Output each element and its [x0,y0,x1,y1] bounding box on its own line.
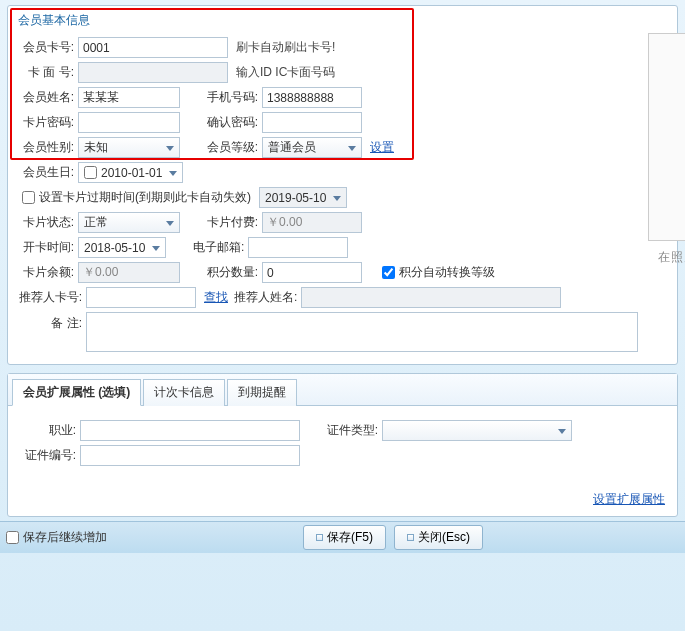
card-face-input[interactable] [78,62,228,83]
status-value: 正常 [84,214,108,231]
basic-info-legend: 会员基本信息 [16,12,669,29]
referrer-name-input[interactable] [301,287,561,308]
card-face-hint: 输入ID IC卡面号码 [236,64,335,81]
name-label: 会员姓名: [16,89,74,106]
expire-checkbox[interactable] [22,191,35,204]
referrer-name-label: 推荐人姓名: [234,289,297,306]
phone-input[interactable] [262,87,362,108]
remark-textarea[interactable] [86,312,638,352]
doc-type-select[interactable] [382,420,572,441]
continue-add-label: 保存后继续增加 [23,529,107,546]
level-label: 会员等级: [200,139,258,156]
save-button[interactable]: 保存(F5) [303,525,386,550]
tab-expiry-remind[interactable]: 到期提醒 [227,379,297,406]
doc-no-input[interactable] [80,445,300,466]
continue-add-checkbox[interactable] [6,531,19,544]
birth-date[interactable]: 2010-01-01 [78,162,183,183]
doc-type-label: 证件类型: [320,422,378,439]
points-input[interactable] [262,262,362,283]
confirm-input[interactable] [262,112,362,133]
referrer-search-link[interactable]: 查找 [204,289,228,306]
paid-label: 卡片付费: [200,214,258,231]
confirm-label: 确认密码: [200,114,258,131]
footer-bar: 保存后继续增加 保存(F5) 关闭(Esc) [0,521,685,553]
tab-extended-attrs[interactable]: 会员扩展属性 (选填) [12,379,141,406]
occupation-input[interactable] [80,420,300,441]
tab-count-card[interactable]: 计次卡信息 [143,379,225,406]
birth-checkbox[interactable] [84,166,97,179]
open-label: 开卡时间: [16,239,74,256]
save-button-label: 保存(F5) [327,529,373,546]
card-face-label: 卡 面 号: [16,64,74,81]
referrer-no-label: 推荐人卡号: [16,289,82,306]
points-label: 积分数量: [200,264,258,281]
card-no-input[interactable] [78,37,228,58]
email-label: 电子邮箱: [186,239,244,256]
close-button[interactable]: 关闭(Esc) [394,525,483,550]
set-extended-attrs-link[interactable]: 设置扩展属性 [593,491,665,508]
birth-value: 2010-01-01 [101,166,162,180]
auto-level-label: 积分自动转换等级 [399,264,495,281]
expire-value: 2019-05-10 [265,191,326,205]
email-input[interactable] [248,237,348,258]
paid-input[interactable] [262,212,362,233]
birth-label: 会员生日: [16,164,74,181]
balance-input[interactable] [78,262,180,283]
level-value: 普通会员 [268,139,316,156]
auto-level-checkbox[interactable] [382,266,395,279]
card-no-hint: 刷卡自动刷出卡号! [236,39,335,56]
status-label: 卡片状态: [16,214,74,231]
referrer-no-input[interactable] [86,287,196,308]
card-no-label: 会员卡号: [16,39,74,56]
remark-label: 备 注: [16,312,82,332]
gender-label: 会员性别: [16,139,74,156]
password-input[interactable] [78,112,180,133]
extended-attrs-panel: 会员扩展属性 (选填) 计次卡信息 到期提醒 职业: 证件类型: 证件编号: 设… [7,373,678,517]
expire-label: 设置卡片过期时间(到期则此卡自动失效) [39,189,251,206]
occupation-label: 职业: [18,422,76,439]
level-select[interactable]: 普通会员 [262,137,362,158]
gender-value: 未知 [84,139,108,156]
balance-label: 卡片余额: [16,264,74,281]
close-button-label: 关闭(Esc) [418,529,470,546]
photo-caption: 在照片上点右键,可以拍照哦 [658,249,685,266]
open-value: 2018-05-10 [84,241,145,255]
doc-no-label: 证件编号: [18,447,76,464]
photo-placeholder[interactable]: 暂无相片 [648,33,685,241]
status-select[interactable]: 正常 [78,212,180,233]
expire-date[interactable]: 2019-05-10 [259,187,347,208]
level-set-link[interactable]: 设置 [370,139,394,156]
gender-select[interactable]: 未知 [78,137,180,158]
open-date[interactable]: 2018-05-10 [78,237,166,258]
member-basic-info-panel: 会员基本信息 会员卡号: 刷卡自动刷出卡号! 卡 面 号: 输入ID IC卡面号… [7,5,678,365]
save-icon [316,534,323,541]
password-label: 卡片密码: [16,114,74,131]
name-input[interactable] [78,87,180,108]
person-placeholder-icon [668,60,685,180]
phone-label: 手机号码: [200,89,258,106]
close-icon [407,534,414,541]
